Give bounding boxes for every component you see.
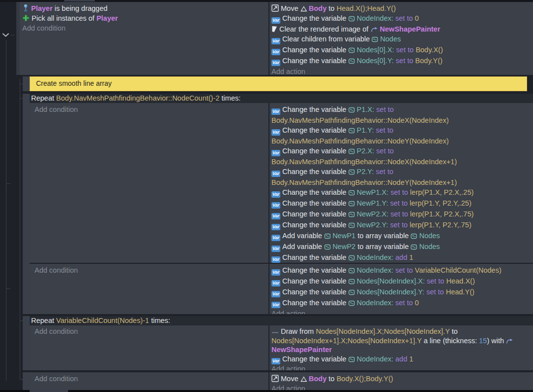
add-condition-button[interactable]: Add condition (34, 105, 266, 114)
add-condition-button[interactable]: Add condition (21, 23, 266, 33)
line-icon (271, 330, 279, 335)
action-row[interactable]: Repeat VariableChildCount(Nodes)-1 times… (30, 316, 533, 325)
text-segment: P2.Y: (357, 168, 374, 176)
action-row[interactable]: VarAdd variable NewP1 to array variable … (270, 231, 531, 242)
add-condition-button[interactable]: Add condition (34, 327, 266, 336)
object-triangle-icon (301, 376, 307, 382)
text-segment: set to (393, 266, 415, 274)
action-row[interactable]: VarChange the variable NodeIndex: set to… (270, 265, 531, 276)
add-action-button[interactable]: Add action (270, 384, 531, 390)
text-segment: Head.Y() (446, 288, 474, 296)
action-row[interactable]: Clear the rendered image of NewShapePain… (270, 24, 531, 34)
text-segment: Add action (271, 385, 305, 390)
text-segment: Add condition (35, 106, 78, 113)
conditions-panel: Add condition (30, 325, 268, 370)
repeat-event-header[interactable]: Repeat Body.NavMeshPathfindingBehavior::… (30, 94, 533, 103)
text-segment: set to (388, 199, 410, 207)
variable-badge-icon: Var (271, 199, 280, 209)
action-row[interactable]: VarChange the variable NewP2.Y: set to l… (270, 220, 531, 231)
variable-icon (324, 233, 331, 239)
variable-icon (348, 268, 355, 274)
text-segment: 1 (409, 355, 413, 363)
text-segment: Change the variable (282, 210, 348, 218)
action-row[interactable]: Draw from Nodes[NodeIndex].X;Nodes[NodeI… (270, 327, 531, 355)
event-drag-handle[interactable] (23, 316, 30, 370)
action-row[interactable]: VarChange the variable NodeIndex: add 1 (270, 355, 531, 365)
variable-badge-icon: Var (271, 277, 280, 287)
variable-badge-icon: Var (271, 106, 280, 115)
text-segment: to (450, 327, 459, 335)
condition-row[interactable]: Pick all instances of Player (21, 13, 266, 23)
conditions-panel: Add condition (30, 103, 268, 263)
variable-badge-icon: Var (271, 356, 280, 365)
action-row[interactable]: VarChange the variable NewP1.X: set to l… (270, 187, 531, 198)
action-row[interactable]: VarChange the variable Nodes[NodeIndex].… (270, 287, 531, 298)
event-drag-handle[interactable] (23, 76, 30, 91)
variable-icon (348, 47, 355, 53)
event-drag-handle[interactable] (23, 372, 30, 390)
text-segment: Change the variable (282, 199, 348, 207)
variable-icon (348, 190, 355, 196)
action-row[interactable]: VarChange the variable P2.Y: set to Body… (270, 167, 531, 187)
tree-line (11, 35, 14, 36)
variable-icon (348, 201, 355, 207)
variable-badge-icon: Var (271, 14, 280, 24)
add-action-button[interactable]: Add action (270, 67, 531, 75)
variable-icon (348, 212, 355, 217)
painter-clear-icon (271, 26, 277, 33)
action-row[interactable]: VarClear children from variable Nodes (270, 34, 531, 45)
action-row[interactable]: VarChange the variable NewP1.Y: set to l… (270, 198, 531, 209)
text-segment: NewP2 (333, 243, 356, 250)
text-segment: Head.X();Head.Y() (337, 4, 396, 12)
comment-event[interactable]: Create smooth line array (30, 76, 527, 91)
text-segment: Add action (271, 365, 305, 370)
add-condition-button[interactable]: Add condition (34, 265, 266, 275)
text-segment: add (393, 355, 409, 363)
action-row[interactable]: VarChange the variable NodeIndex: set to… (270, 13, 531, 24)
text-segment: 0 (415, 299, 419, 307)
action-row[interactable]: VarChange the variable P2.X: set to Body… (270, 146, 531, 167)
text-segment: ) with (487, 337, 506, 345)
action-row[interactable]: VarChange the variable P1.X: set to Body… (270, 105, 531, 125)
text-segment: Player (96, 14, 118, 22)
action-row[interactable]: VarChange the variable P1.Y: set to Body… (270, 125, 531, 146)
action-row[interactable]: VarChange the variable Nodes[NodeIndex].… (270, 276, 531, 287)
action-row[interactable]: Move Body to Head.X();Head.Y() (270, 3, 531, 13)
text-segment: NewShapePainter (380, 25, 441, 33)
text-segment: Change the variable (282, 168, 348, 176)
text-segment: Add action (271, 68, 305, 75)
text-segment: to (327, 375, 337, 383)
event-drag-handle[interactable] (23, 94, 30, 314)
repeat-event-header[interactable]: Repeat VariableChildCount(Nodes)-1 times… (30, 316, 533, 325)
object-triangle-icon (301, 6, 307, 12)
text-segment: lerp(P1.X, P2.X,.25) (410, 188, 474, 196)
action-row[interactable]: VarChange the variable NodeIndex: set to… (270, 298, 531, 309)
event-sheet: Player is being draggedPick all instance… (0, 0, 533, 392)
action-row[interactable]: VarChange the variable NewP2.X: set to l… (270, 209, 531, 220)
text-segment: set to (388, 188, 410, 196)
add-action-button[interactable]: Add action (270, 364, 531, 370)
text-segment: Add condition (35, 375, 78, 383)
variable-badge-icon: Var (271, 188, 280, 198)
add-condition-button[interactable]: Add condition (34, 374, 266, 384)
collapse-chevron-icon[interactable] (1, 31, 10, 40)
action-row[interactable]: VarChange the variable Nodes[0].X: set t… (270, 45, 531, 56)
text-segment: lerp(P1.Y, P2.Y,.25) (410, 199, 471, 207)
action-row[interactable]: Repeat Body.NavMeshPathfindingBehavior::… (30, 94, 533, 103)
text-segment: to (327, 4, 337, 12)
action-row[interactable]: VarChange the variable Nodes[0].Y: set t… (270, 56, 531, 67)
text-segment: 0 (415, 14, 419, 22)
condition-row[interactable]: Player is being dragged (21, 3, 266, 13)
text-segment: Change the variable (282, 355, 348, 363)
action-row[interactable]: Move Body to Body.X();Body.Y() (270, 374, 531, 384)
variable-badge-icon: Var (271, 168, 280, 178)
text-segment: is being dragged (53, 4, 108, 12)
text-segment: set to (424, 288, 446, 296)
move-icon (271, 375, 279, 382)
text-segment: set to (425, 277, 447, 285)
action-row[interactable]: VarChange the variable NodeIndex: add 1 (270, 252, 531, 263)
action-row[interactable]: VarAdd variable NewP2 to array variable … (270, 242, 531, 252)
event-gutter[interactable] (16, 2, 20, 75)
text-segment: set to (374, 168, 396, 176)
add-action-button[interactable]: Add action (270, 309, 531, 314)
